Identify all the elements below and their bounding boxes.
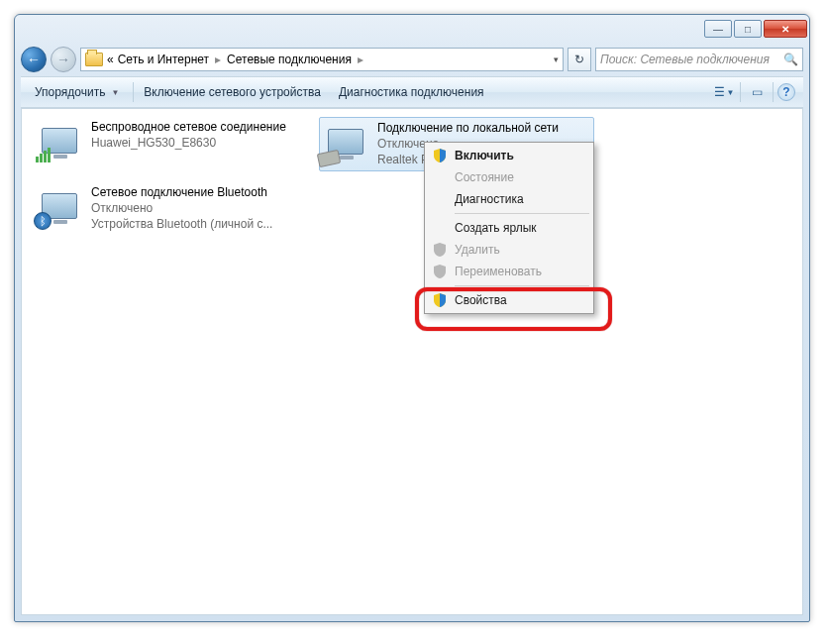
chevron-down-icon: ▼ — [727, 88, 735, 97]
bluetooth-connection-icon: ᛒ — [36, 184, 83, 228]
content-area[interactable]: Беспроводное сетевое соединение Huawei_H… — [21, 108, 803, 615]
preview-pane-button[interactable]: ▭ — [745, 81, 769, 103]
cable-icon — [317, 150, 341, 167]
minimize-button[interactable]: — — [704, 20, 732, 38]
ctx-status-label: Состояние — [455, 170, 514, 184]
enable-device-button[interactable]: Включение сетевого устройства — [138, 82, 331, 102]
maximize-button[interactable]: □ — [734, 20, 762, 38]
enable-device-label: Включение сетевого устройства — [144, 85, 321, 99]
separator — [773, 82, 774, 102]
shield-icon — [432, 264, 448, 279]
search-input[interactable]: Поиск: Сетевые подключения 🔍 — [595, 48, 803, 71]
separator — [133, 82, 134, 102]
organize-label: Упорядочить — [35, 85, 105, 99]
connection-title: Подключение по локальной сети — [377, 120, 559, 136]
organize-button[interactable]: Упорядочить ▼ — [29, 82, 129, 102]
ctx-diagnose-label: Диагностика — [455, 192, 524, 206]
address-bar: ← → « Сеть и Интернет ▸ Сетевые подключе… — [15, 43, 809, 76]
ctx-status: Состояние — [427, 166, 591, 188]
context-menu: Включить Состояние Диагностика Создать я… — [424, 142, 594, 314]
view-icon: ☰ — [714, 85, 725, 99]
diagnostics-button[interactable]: Диагностика подключения — [333, 82, 494, 102]
ctx-delete-label: Удалить — [455, 243, 500, 257]
bluetooth-icon: ᛒ — [34, 212, 52, 230]
connection-sub1: Huawei_HG530_E8630 — [91, 135, 286, 151]
breadcrumb-seg-1[interactable]: Сеть и Интернет — [118, 53, 209, 66]
refresh-button[interactable]: ↻ — [568, 48, 591, 71]
ctx-rename: Переименовать — [427, 261, 591, 282]
breadcrumb[interactable]: « Сеть и Интернет ▸ Сетевые подключения … — [80, 48, 564, 71]
signal-bars-icon — [36, 148, 51, 162]
breadcrumb-prefix: « — [107, 53, 114, 66]
ctx-enable-label: Включить — [455, 149, 514, 162]
explorer-window: — □ ✕ ← → « Сеть и Интернет ▸ Сетевые по… — [14, 14, 810, 622]
breadcrumb-seg-2[interactable]: Сетевые подключения — [227, 53, 352, 66]
command-bar: Упорядочить ▼ Включение сетевого устройс… — [21, 76, 803, 108]
close-button[interactable]: ✕ — [764, 20, 807, 38]
ctx-rename-label: Переименовать — [455, 265, 542, 278]
nav-back-button[interactable]: ← — [21, 47, 47, 72]
chevron-down-icon: ▼ — [111, 88, 119, 97]
shield-icon — [432, 148, 448, 163]
connection-item-wifi[interactable]: Беспроводное сетевое соединение Huawei_H… — [34, 117, 309, 164]
wifi-icon — [36, 119, 83, 162]
breadcrumb-sep-icon: ▸ — [215, 53, 221, 66]
titlebar[interactable]: — □ ✕ — [15, 15, 809, 43]
shield-icon — [432, 242, 448, 258]
connection-title: Беспроводное сетевое соединение — [91, 119, 286, 135]
connection-sub1: Отключено — [91, 200, 272, 216]
help-button[interactable]: ? — [777, 83, 795, 101]
nav-forward-button[interactable]: → — [51, 47, 76, 72]
ctx-enable[interactable]: Включить — [427, 145, 591, 166]
search-placeholder: Поиск: Сетевые подключения — [600, 53, 770, 66]
view-options-button[interactable]: ☰▼ — [712, 81, 736, 103]
search-icon[interactable]: 🔍 — [783, 53, 798, 66]
ctx-properties[interactable]: Свойства — [427, 289, 591, 311]
folder-icon — [85, 53, 103, 66]
lan-connection-icon — [322, 120, 369, 163]
ctx-diagnose[interactable]: Диагностика — [427, 188, 591, 210]
separator — [455, 213, 589, 214]
diagnostics-label: Диагностика подключения — [339, 85, 484, 99]
ctx-shortcut[interactable]: Создать ярлык — [427, 217, 591, 239]
ctx-delete: Удалить — [427, 239, 591, 261]
connection-item-bluetooth[interactable]: ᛒ Сетевое подключение Bluetooth Отключен… — [34, 182, 309, 235]
shield-icon — [432, 292, 448, 308]
breadcrumb-dropdown-icon[interactable]: ▾ — [554, 54, 559, 64]
breadcrumb-sep-icon: ▸ — [358, 53, 363, 66]
separator — [740, 82, 741, 102]
ctx-properties-label: Свойства — [455, 293, 507, 307]
ctx-shortcut-label: Создать ярлык — [455, 221, 537, 235]
connection-sub2: Устройства Bluetooth (личной с... — [91, 216, 272, 232]
connection-title: Сетевое подключение Bluetooth — [91, 184, 272, 200]
separator — [455, 285, 589, 286]
